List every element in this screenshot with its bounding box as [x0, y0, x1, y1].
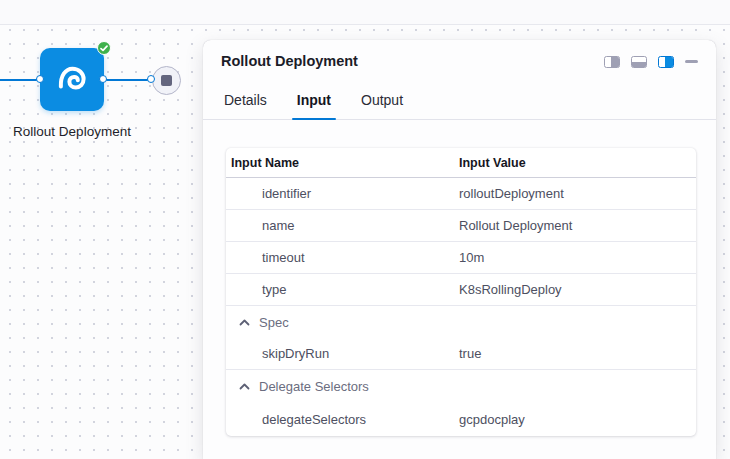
row-name: name — [226, 218, 459, 233]
layout-toggle-right-half-icon[interactable] — [604, 56, 620, 68]
connector-line-mid — [106, 79, 152, 82]
panel-window-controls — [604, 55, 698, 68]
success-badge — [97, 41, 111, 55]
tab-output[interactable]: Output — [358, 92, 406, 119]
tab-bar: Details Input Output — [203, 78, 716, 120]
node-output-port — [99, 75, 107, 83]
end-node[interactable] — [152, 66, 181, 95]
table-row-identifier: identifier rolloutDeployment — [226, 178, 696, 210]
section-label: Delegate Selectors — [259, 379, 369, 394]
row-value: gcpdocplay — [459, 412, 696, 427]
col-input-name: Input Name — [226, 156, 459, 170]
table-row-name: name Rollout Deployment — [226, 210, 696, 242]
col-input-value: Input Value — [459, 156, 696, 170]
row-value: Rollout Deployment — [459, 218, 696, 233]
step-node-label: Rollout Deployment — [12, 121, 132, 142]
minimize-button[interactable] — [685, 55, 698, 68]
check-icon — [100, 45, 108, 52]
row-value: rolloutDeployment — [459, 186, 696, 201]
table-row-skipdryrun: skipDryRun true — [226, 338, 696, 370]
step-details-panel: Rollout Deployment Details Input Output … — [203, 40, 716, 459]
row-value: 10m — [459, 250, 696, 265]
node-input-port — [36, 75, 44, 83]
row-value: K8sRollingDeploy — [459, 282, 696, 297]
connector-line-left — [0, 79, 38, 82]
row-name: type — [226, 282, 459, 297]
panel-title: Rollout Deployment — [221, 53, 358, 69]
row-name: timeout — [226, 250, 459, 265]
chevron-up-icon[interactable] — [239, 383, 250, 390]
section-label: Spec — [259, 315, 289, 330]
step-node-rollout-deployment[interactable] — [40, 48, 104, 111]
layout-toggle-right-active-icon[interactable] — [658, 56, 674, 68]
row-name: skipDryRun — [226, 346, 459, 361]
table-row-timeout: timeout 10m — [226, 242, 696, 274]
chevron-up-icon[interactable] — [239, 319, 250, 326]
tab-details[interactable]: Details — [221, 92, 270, 119]
layout-toggle-bottom-icon[interactable] — [631, 56, 647, 68]
inputs-table: Input Name Input Value identifier rollou… — [226, 148, 696, 436]
panel-header: Rollout Deployment — [203, 40, 716, 78]
stop-square-icon — [161, 75, 172, 86]
section-row-spec: Spec — [226, 306, 696, 338]
row-value: true — [459, 346, 696, 361]
row-name: delegateSelectors — [226, 412, 459, 427]
top-bar — [0, 0, 730, 25]
end-node-input-port — [147, 75, 155, 83]
panel-body: Input Name Input Value identifier rollou… — [203, 120, 716, 436]
rolling-deployment-icon — [57, 64, 88, 95]
table-row-delegateselectors: delegateSelectors gcpdocplay — [226, 402, 696, 436]
table-header-row: Input Name Input Value — [226, 148, 696, 178]
section-row-delegate-selectors: Delegate Selectors — [226, 370, 696, 402]
table-row-type: type K8sRollingDeploy — [226, 274, 696, 306]
row-name: identifier — [226, 186, 459, 201]
tab-input[interactable]: Input — [294, 92, 334, 119]
minus-icon — [685, 60, 698, 63]
